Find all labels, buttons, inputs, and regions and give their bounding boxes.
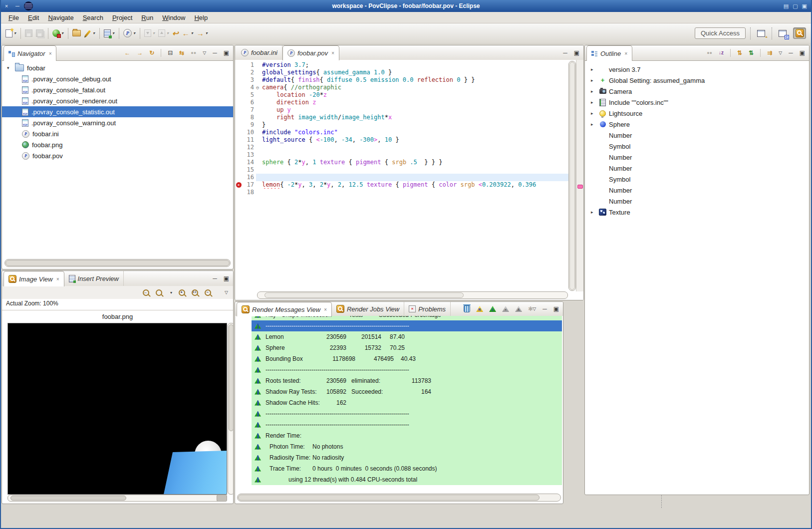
show-warnings-icon[interactable]: R [476, 306, 483, 312]
menu-edit[interactable]: Edit [23, 12, 43, 23]
tree-item-povray-console-statistic-out[interactable]: 010.povray_console_statistic.out [2, 106, 233, 117]
message-row-11[interactable]: Render Time: [252, 430, 562, 441]
annotate-button[interactable]: ▾ [83, 26, 96, 41]
back-dropdown-icon[interactable]: ▾ [191, 31, 193, 35]
zoom-in-icon[interactable]: + [179, 289, 185, 296]
expand-arrow-icon[interactable]: ▸ [591, 122, 599, 127]
window-maximize-icon[interactable]: ▣ [802, 3, 807, 9]
message-row-10[interactable]: ----------------------------------------… [252, 419, 562, 430]
forward-icon[interactable]: → [137, 50, 143, 56]
tab-image-view[interactable]: Image View× [3, 271, 64, 286]
maximize-icon[interactable]: ▣ [224, 275, 229, 281]
tab-render-messages-view[interactable]: Render Messages View× [237, 302, 332, 316]
menu-window[interactable]: Window [158, 12, 190, 23]
link-with-editor-icon[interactable]: ⇆ [179, 50, 184, 56]
maximize-icon[interactable]: ▣ [574, 50, 579, 56]
image-hscrollbar[interactable] [7, 495, 227, 502]
message-row-9[interactable]: ----------------------------------------… [252, 408, 562, 419]
clear-messages-icon[interactable] [464, 305, 470, 312]
scroll-thumb[interactable] [10, 496, 126, 501]
zoom-fit-icon[interactable]: ↔ [143, 289, 149, 296]
tree-item-povray-console-warning-out[interactable]: 010.povray_console_warning.out [2, 117, 233, 128]
tree-item-project[interactable]: ▾foobar [2, 62, 233, 73]
scroll-thumb[interactable] [265, 292, 464, 298]
message-row-2[interactable]: Lemon23056920151487.40 [252, 331, 562, 342]
code-editor[interactable]: 1#version 3.7;2global_settings{ assumed_… [235, 60, 583, 300]
collapse-arrow-icon[interactable]: ▾ [7, 65, 15, 70]
message-row-12[interactable]: Photon Time:No photons [252, 441, 562, 452]
tab-navigator[interactable]: Navigator× [3, 45, 56, 61]
message-row-7[interactable]: Shadow Ray Tests:105892Succeeded:164 [252, 386, 562, 397]
minimize-icon[interactable]: ─ [213, 275, 217, 281]
tab-insert-preview[interactable]: Insert Preview [64, 271, 124, 286]
outline-item-lightsource[interactable]: ▸Lightsource [585, 108, 809, 119]
maximize-icon[interactable]: ▣ [800, 50, 805, 56]
up-refresh-icon[interactable]: ↻ [149, 50, 154, 56]
window-layout-icon[interactable]: ▤ [784, 3, 789, 9]
expand-arrow-icon[interactable]: ▸ [591, 78, 599, 83]
messages-hscrollbar[interactable] [237, 494, 561, 502]
render-button[interactable]: ▾ [51, 26, 65, 41]
close-tab-icon[interactable]: × [331, 50, 334, 56]
sort-group-icon[interactable]: ⇅ [749, 50, 754, 56]
new-button[interactable]: ▾ [4, 26, 17, 41]
sort-alphabetical-icon[interactable]: ↓z [719, 50, 724, 56]
message-row-4[interactable]: Bounding Box117869847649540.43 [252, 353, 562, 364]
error-marker[interactable] [577, 185, 583, 189]
menu-help[interactable]: Help [190, 12, 212, 23]
expand-arrow-icon[interactable]: ▸ [591, 89, 599, 94]
quick-access-button[interactable]: Quick Access [695, 27, 746, 39]
tab-render-jobs-view[interactable]: Render Jobs View [332, 302, 404, 316]
scroll-thumb[interactable] [5, 260, 230, 266]
forward-button[interactable]: →▾ [195, 26, 209, 41]
minimize-icon[interactable]: ─ [213, 50, 217, 56]
close-tab-icon[interactable]: × [49, 51, 52, 56]
outline-item-version-3-7[interactable]: ▸version 3.7 [585, 64, 809, 75]
error-icon[interactable]: × [236, 182, 242, 188]
expand-arrow-icon[interactable]: ▸ [591, 100, 599, 105]
outline-item-include-colors-inc[interactable]: ▸Include ""colors.inc"" [585, 97, 809, 108]
back-icon[interactable]: ← [124, 50, 130, 56]
window-restore-icon[interactable]: ▢ [793, 3, 798, 9]
fold-minus-icon[interactable]: ⊖ [256, 84, 262, 91]
view-menu-icon[interactable]: ▽ [203, 50, 206, 56]
view-menu-icon[interactable]: ▽ [779, 50, 782, 56]
scroll-thumb[interactable] [229, 324, 234, 431]
editor-vscrollbar[interactable] [568, 61, 576, 291]
message-row-5[interactable]: ----------------------------------------… [252, 364, 562, 375]
code-area[interactable]: 1#version 3.7;2global_settings{ assumed_… [235, 60, 569, 291]
message-row-0[interactable]: Ray->Shape IntersectionTestsSucceeded Pe… [252, 316, 562, 320]
new-dropdown-icon[interactable]: ▾ [14, 31, 16, 35]
tree-item-povray-console-debug-out[interactable]: 010.povray_console_debug.out [2, 73, 233, 84]
message-row-6[interactable]: Roots tested:230569eliminated:113783 [252, 375, 562, 386]
open-folder-button[interactable] [71, 26, 82, 41]
tree-item-foobar-pov[interactable]: Pfoobar.pov [2, 150, 233, 161]
outline-item-number[interactable]: Number [585, 185, 809, 196]
tree-item-povray-console-renderer-out[interactable]: 010.povray_console_renderer.out [2, 95, 233, 106]
tree-item-foobar-png[interactable]: foobar.png [2, 139, 233, 150]
expand-arrow-icon[interactable]: ▸ [591, 111, 599, 116]
tab-foobar-ini[interactable]: Pfoobar.ini [237, 45, 282, 60]
editor-hscrollbar[interactable] [257, 291, 568, 299]
povray-dropdown-icon[interactable]: ▾ [133, 31, 135, 35]
render-dropdown-icon[interactable]: ▾ [61, 31, 63, 35]
minimize-icon[interactable]: ─ [542, 306, 547, 312]
last-edit-button[interactable]: ↩ [171, 26, 180, 41]
outline-item-texture[interactable]: ▸Texture [585, 207, 809, 218]
menu-run[interactable]: Run [137, 12, 158, 23]
menu-navigate[interactable]: Navigate [43, 12, 78, 23]
tab-foobar-pov[interactable]: Pfoobar.pov× [282, 45, 339, 60]
povclipse-perspective-button[interactable] [793, 27, 806, 39]
rendered-image[interactable] [7, 323, 227, 495]
expand-arrow-icon[interactable]: ▸ [591, 67, 599, 72]
resource-perspective-button[interactable]: C [777, 28, 789, 38]
zoom-dropdown-icon[interactable]: ▾ [170, 290, 172, 295]
tree-item-povray-console-fatal-out[interactable]: 010.povray_console_fatal.out [2, 84, 233, 95]
message-row-14[interactable]: Trace Time:0 hours 0 minutes 0 seconds (… [252, 463, 562, 474]
message-row-3[interactable]: Sphere223931573270.25 [252, 342, 562, 353]
zoom-actual-icon[interactable]: 1:1 [192, 289, 198, 296]
povray-button[interactable]: P▾ [122, 26, 137, 41]
template-dropdown-icon[interactable]: ▾ [112, 31, 114, 35]
annotate-dropdown-icon[interactable]: ▾ [93, 31, 95, 35]
scroll-thumb[interactable] [569, 62, 575, 290]
